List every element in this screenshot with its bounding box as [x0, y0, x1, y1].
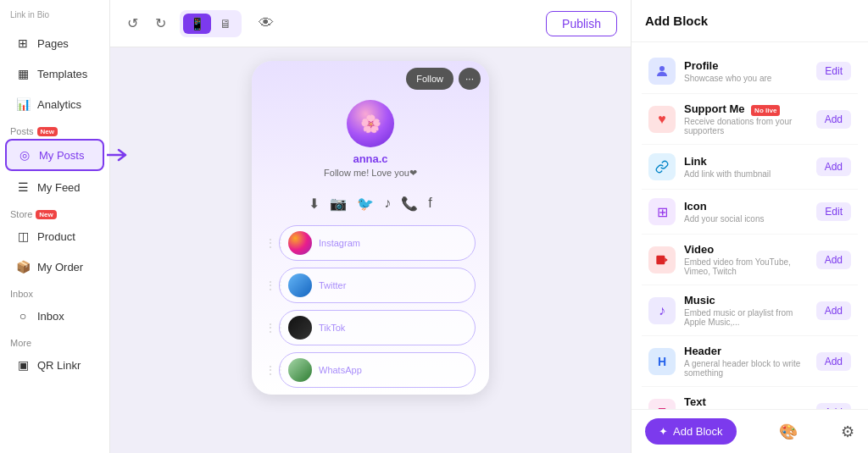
sidebar-item-qr-linkr[interactable]: ▣ QR Linkr [5, 351, 104, 379]
more-button[interactable]: ··· [459, 68, 481, 90]
link-block-name: Link [684, 155, 808, 168]
my-posts-icon: ◎ [17, 147, 32, 163]
tiktok-link-item[interactable]: TikTok [279, 310, 476, 345]
arrow-indicator [107, 146, 132, 163]
drag-handle[interactable]: ⋮⋮ [265, 322, 275, 334]
text-block-name: Text [684, 395, 808, 408]
follow-button[interactable]: Follow [406, 68, 453, 90]
profile-block-desc: Showcase who you are [684, 74, 808, 83]
profile-section: 🌸 anna.c Follow me! Love you❤ [252, 93, 489, 189]
instagram-icon[interactable]: 📷 [330, 196, 347, 212]
block-item-link[interactable]: Link Add link with thumbnail Add [642, 145, 858, 190]
block-item-profile[interactable]: Profile Showcase who you are Edit [642, 49, 858, 94]
more-section-label: More [10, 338, 31, 348]
sidebar-item-label: Templates [37, 68, 87, 80]
icon-block-info: Icon Add your social icons [684, 200, 808, 224]
link-block-icon [648, 153, 676, 180]
link-blocks: ⋮⋮ Instagram ⋮⋮ Twitter ⋮⋮ [252, 218, 489, 395]
undo-button[interactable]: ↺ [124, 12, 142, 35]
support-me-block-info: Support Me No live Receive donations fro… [684, 102, 808, 135]
profile-edit-button[interactable]: Edit [816, 62, 851, 80]
music-block-desc: Embed music or playlist from Apple Music… [684, 308, 808, 327]
sidebar-item-analytics[interactable]: 📊 Analytics [5, 90, 104, 119]
text-add-button[interactable]: Add [816, 403, 851, 410]
sidebar-item-my-feed[interactable]: ☰ My Feed [5, 173, 104, 202]
twitter-link-item[interactable]: Twitter [279, 268, 476, 303]
video-add-button[interactable]: Add [816, 251, 851, 269]
profile-block-name: Profile [684, 59, 808, 72]
toolbar: ↺ ↻ 📱 🖥 👁 Publish [110, 0, 631, 47]
sidebar-item-my-order[interactable]: 📦 My Order [5, 252, 104, 281]
sidebar-item-label: Inbox [37, 310, 64, 323]
desktop-device-button[interactable]: 🖥 [213, 14, 238, 34]
block-item-header[interactable]: H Header A general header block to write… [642, 336, 858, 387]
inbox-icon: ○ [15, 308, 31, 323]
block-item-video[interactable]: Video Embed video from YouTube, Vimeo, T… [642, 235, 858, 285]
username-label: anna.c [353, 152, 387, 165]
tiktok-icon[interactable]: ♪ [384, 196, 391, 212]
inbox-section-label: Inbox [10, 289, 33, 299]
whatsapp-icon[interactable]: 📞 [401, 196, 418, 212]
link-add-button[interactable]: Add [816, 157, 851, 176]
block-item-icon[interactable]: ⊞ Icon Add your social icons Edit [642, 190, 858, 235]
publish-button[interactable]: Publish [546, 11, 617, 36]
mobile-device-button[interactable]: 📱 [183, 14, 211, 34]
sidebar-item-inbox[interactable]: ○ Inbox [5, 301, 104, 330]
music-add-button[interactable]: Add [816, 301, 851, 320]
my-feed-icon: ☰ [15, 180, 31, 195]
icon-edit-button[interactable]: Edit [816, 202, 851, 221]
whatsapp-thumb [288, 358, 312, 382]
header-add-button[interactable]: Add [816, 352, 851, 371]
posts-section-label: Posts [10, 126, 34, 136]
add-block-footer-button[interactable]: ✦ Add Block [645, 418, 737, 445]
link-block-tiktok: ⋮⋮ TikTok [265, 310, 476, 345]
panel-footer: ✦ Add Block 🎨 ⚙ [632, 409, 868, 453]
facebook-icon[interactable]: f [428, 196, 431, 212]
analytics-icon: 📊 [15, 97, 31, 112]
product-icon: ◫ [15, 229, 31, 244]
settings-icon-button[interactable]: ⚙ [841, 423, 854, 441]
link-block-twitter: ⋮⋮ Twitter [265, 268, 476, 303]
template-icon-button[interactable]: 🎨 [779, 423, 798, 441]
device-toggle: 📱 🖥 [180, 10, 242, 37]
my-order-icon: 📦 [15, 259, 31, 274]
twitter-link-label: Twitter [319, 280, 346, 290]
sidebar-item-pages[interactable]: ⊞ Pages [5, 29, 104, 58]
drag-handle[interactable]: ⋮⋮ [265, 237, 275, 249]
block-item-music[interactable]: ♪ Music Embed music or playlist from App… [642, 285, 858, 336]
twitter-icon[interactable]: 🐦 [357, 196, 374, 212]
brand-label: Link in Bio [0, 10, 109, 28]
download-icon[interactable]: ⬇ [309, 196, 320, 212]
sidebar-item-templates[interactable]: ▦ Templates [5, 59, 104, 88]
block-item-support-me[interactable]: ♥ Support Me No live Receive donations f… [642, 94, 858, 145]
text-block-info: Text A general text block to write somet… [684, 395, 808, 409]
redo-button[interactable]: ↻ [152, 12, 170, 35]
instagram-link-label: Instagram [319, 238, 360, 248]
right-panel: Add Block Profile Showcase who you are E… [631, 0, 868, 453]
drag-handle[interactable]: ⋮⋮ [265, 364, 275, 376]
no-live-badge: No live [751, 105, 780, 116]
avatar-image: 🌸 [347, 100, 394, 147]
tiktok-link-label: TikTok [319, 323, 345, 333]
support-me-block-name: Support Me No live [684, 102, 808, 115]
instagram-link-item[interactable]: Instagram [279, 225, 476, 261]
whatsapp-link-item[interactable]: WhatsApp [279, 352, 476, 388]
preview-button[interactable]: 👁 [252, 11, 281, 36]
text-block-icon: T [648, 399, 676, 410]
support-me-add-button[interactable]: Add [816, 110, 851, 129]
sidebar-item-my-posts[interactable]: ◎ My Posts [5, 139, 104, 171]
sidebar-item-label: Pages [37, 37, 69, 50]
block-item-text[interactable]: T Text A general text block to write som… [642, 387, 858, 409]
profile-block-info: Profile Showcase who you are [684, 59, 808, 83]
inbox-section: Inbox [0, 282, 109, 301]
sidebar-item-product[interactable]: ◫ Product [5, 222, 104, 251]
link-block-info: Link Add link with thumbnail [684, 155, 808, 179]
phone-frame: Follow ··· 🌸 anna.c Follow me! Love you❤… [252, 61, 489, 395]
qr-linkr-icon: ▣ [15, 357, 31, 373]
drag-handle[interactable]: ⋮⋮ [265, 279, 275, 291]
support-me-block-icon: ♥ [648, 106, 676, 133]
sidebar-item-label: Product [37, 230, 75, 243]
video-block-desc: Embed video from YouTube, Vimeo, Twitch [684, 257, 808, 276]
social-icons-row: ⬇ 📷 🐦 ♪ 📞 f [252, 189, 489, 218]
header-block-icon: H [648, 348, 676, 375]
